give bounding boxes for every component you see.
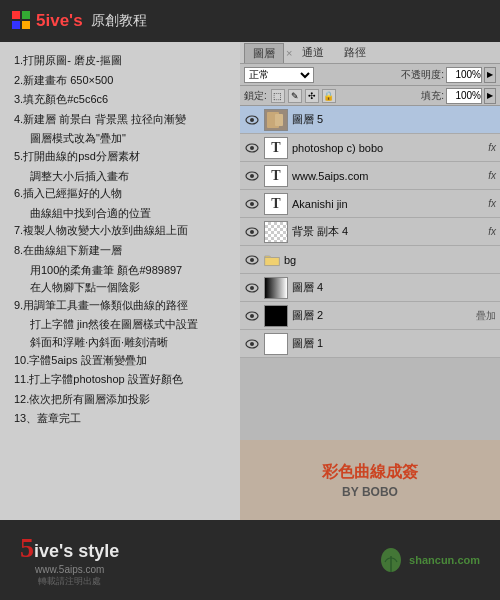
step-9a: 打上字體 jin然後在圖層樣式中設置: [14, 316, 226, 334]
layer-item-4[interactable]: 圖層 4: [240, 274, 500, 302]
layer-akanishi-fx: fx: [488, 198, 496, 209]
lock-row: 鎖定: ⬚ ✎ ✣ 🔒 填充: ▶: [240, 86, 500, 106]
layers-panel: 圖層 × 通道 路徑 正常 溶解 疊加 不透明度: ▶: [240, 42, 500, 520]
step-2: 2.新建畫布 650×500: [14, 72, 226, 90]
bottom-5-icon: 5: [20, 532, 34, 564]
layer-akanishi-thumb: T: [264, 193, 288, 215]
fill-arrow[interactable]: ▶: [484, 88, 496, 104]
svg-point-16: [250, 230, 254, 234]
tab-paths[interactable]: 路徑: [336, 43, 374, 62]
bottom-note: 轉載請注明出處: [38, 575, 101, 588]
lock-icons: ⬚ ✎ ✣ 🔒: [271, 89, 336, 103]
opacity-row: 不透明度: ▶: [401, 67, 496, 83]
layer-2-badge: 疊加: [476, 309, 496, 323]
lock-transparent-icon[interactable]: ⬚: [271, 89, 285, 103]
lock-all-icon[interactable]: 🔒: [322, 89, 336, 103]
shancun-leaf-icon: [377, 546, 405, 574]
step-5a: 調整大小后插入畫布: [14, 168, 226, 186]
layer-bg4-visibility[interactable]: [244, 224, 260, 240]
layer-item-bg4[interactable]: 背景 副本 4 fx: [240, 218, 500, 246]
step-1: 1.打開原圖- 磨皮-摳圖: [14, 52, 226, 70]
layer-item-5aips[interactable]: T www.5aips.com fx: [240, 162, 500, 190]
layer-4-name: 圖層 4: [292, 280, 496, 295]
layer-photoshop-thumb: T: [264, 137, 288, 159]
bottom-url: www.5aips.com: [35, 564, 104, 575]
deco-text2: BY BOBO: [342, 485, 398, 499]
layer-5aips-name: www.5aips.com: [292, 170, 484, 182]
fill-area: 填充: ▶: [421, 88, 496, 104]
layer-5aips-fx: fx: [488, 170, 496, 181]
bottom-bar: 5 ive's style www.5aips.com 轉載請注明出處 shan…: [0, 520, 500, 600]
lock-move-icon[interactable]: ✣: [305, 89, 319, 103]
layer-item-2[interactable]: 圖層 2 疊加: [240, 302, 500, 330]
shancun-area: shancun.com: [377, 546, 480, 574]
layer-bg4-name: 背景 副本 4: [292, 224, 484, 239]
step-13: 13、蓋章完工: [14, 410, 226, 428]
step-11: 11.打上字體photoshop 設置好顏色: [14, 371, 226, 389]
deco-area: 彩色曲線成簽 BY BOBO: [240, 440, 500, 520]
layer-item-photoshop[interactable]: T photoshop c) bobo fx: [240, 134, 500, 162]
layer-5-thumb: [264, 109, 288, 131]
layer-akanishi-visibility[interactable]: [244, 196, 260, 212]
layer-2-visibility[interactable]: [244, 308, 260, 324]
layer-bg-visibility[interactable]: [244, 252, 260, 268]
svg-point-14: [250, 202, 254, 206]
fill-input[interactable]: [446, 88, 482, 104]
tab-layers[interactable]: 圖層: [244, 43, 284, 63]
step-9b: 斜面和浮雕·內斜面·雕刻清晰: [14, 334, 226, 352]
bottom-brand-logo: 5 ive's style: [20, 532, 119, 564]
opacity-input[interactable]: [446, 67, 482, 83]
step-12: 12.依次把所有圖層添加投影: [14, 391, 226, 409]
opacity-arrow[interactable]: ▶: [484, 67, 496, 83]
blend-mode-select[interactable]: 正常 溶解 疊加: [244, 67, 314, 83]
body-area: 1.打開原圖- 磨皮-摳圖 2.新建畫布 650×500 3.填充顏色#c5c6…: [0, 42, 500, 520]
layer-1-name: 圖層 1: [292, 336, 496, 351]
layer-1-visibility[interactable]: [244, 336, 260, 352]
svg-point-12: [250, 174, 254, 178]
svg-point-10: [250, 146, 254, 150]
layer-5aips-visibility[interactable]: [244, 168, 260, 184]
layer-5-visibility[interactable]: [244, 112, 260, 128]
step-10: 10.字體5aips 設置漸變疊加: [14, 352, 226, 370]
layer-2-name: 圖層 2: [292, 308, 472, 323]
layer-4-visibility[interactable]: [244, 280, 260, 296]
step-8: 8.在曲線組下新建一層: [14, 242, 226, 260]
svg-rect-3: [22, 21, 30, 29]
layer-5-name: 圖層 5: [292, 112, 496, 127]
svg-point-21: [250, 286, 254, 290]
lock-paint-icon[interactable]: ✎: [288, 89, 302, 103]
svg-rect-2: [12, 21, 20, 29]
step-7: 7.複製人物改變大小放到曲線組上面: [14, 222, 226, 240]
step-8a: 用100的柔角畫筆 顏色#989897: [14, 262, 226, 280]
svg-rect-8: [275, 114, 283, 126]
step-3: 3.填充顏色#c5c6c6: [14, 91, 226, 109]
layer-item-akanishi[interactable]: T Akanishi jin fx: [240, 190, 500, 218]
layer-bg4-thumb: [264, 221, 288, 243]
layer-bg4-fx: fx: [488, 226, 496, 237]
step-5: 5.打開曲線的psd分層素材: [14, 148, 226, 166]
opacity-label: 不透明度:: [401, 68, 444, 82]
shancun-label: shancun.com: [409, 554, 480, 566]
layer-5aips-thumb: T: [264, 165, 288, 187]
layer-2-thumb: [264, 305, 288, 327]
layer-item-5[interactable]: 圖層 5: [240, 106, 500, 134]
layer-bg-folder-icon: [264, 252, 280, 268]
header: 5ive's 原創教程: [0, 0, 500, 42]
layer-item-bg[interactable]: bg: [240, 246, 500, 274]
main-container: 5ive's 原創教程 1.打開原圖- 磨皮-摳圖 2.新建畫布 650×500…: [0, 0, 500, 600]
layer-item-1[interactable]: 圖層 1: [240, 330, 500, 358]
svg-point-25: [250, 342, 254, 346]
layer-bg-name: bg: [284, 254, 496, 266]
svg-rect-0: [12, 11, 20, 19]
svg-rect-19: [265, 257, 279, 265]
fill-label: 填充:: [421, 89, 444, 103]
svg-point-18: [250, 258, 254, 262]
svg-point-23: [250, 314, 254, 318]
step-6a: 曲線組中找到合適的位置: [14, 205, 226, 223]
step-9: 9.用調筆工具畫一條類似曲線的路徑: [14, 297, 226, 315]
tab-channels[interactable]: 通道: [294, 43, 332, 62]
layers-list: 圖層 5 T photoshop c) bobo fx T: [240, 106, 500, 440]
layer-1-thumb: [264, 333, 288, 355]
layer-photoshop-fx: fx: [488, 142, 496, 153]
layer-photoshop-visibility[interactable]: [244, 140, 260, 156]
